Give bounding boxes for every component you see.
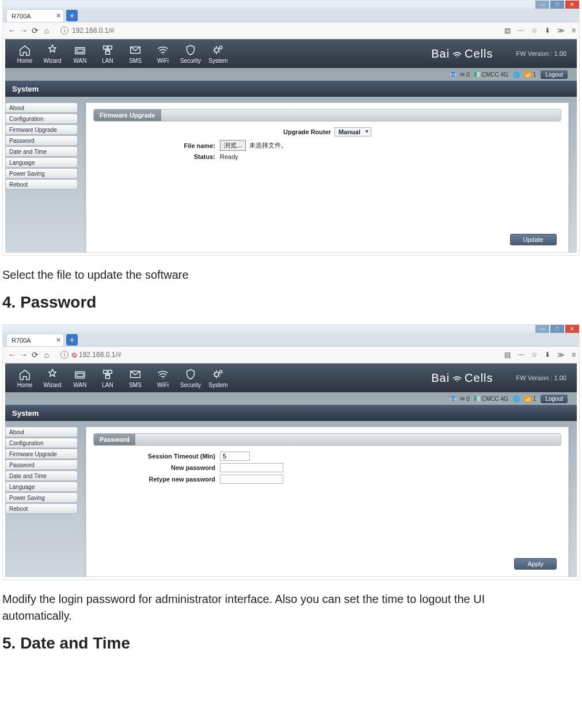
sidebar-item-language[interactable]: Language bbox=[5, 481, 78, 492]
retype-password-input[interactable] bbox=[220, 475, 283, 484]
new-tab-button[interactable]: + bbox=[66, 334, 78, 346]
menu-icon[interactable]: ≡ bbox=[572, 26, 576, 35]
nav-label: System bbox=[208, 382, 227, 388]
lang-badge[interactable]: EN bbox=[451, 72, 455, 77]
sidebar-item-firmware-upgrade[interactable]: Firmware Upgrade bbox=[5, 449, 78, 459]
logout-button[interactable]: Logout bbox=[541, 395, 568, 403]
nav-home[interactable]: Home bbox=[11, 368, 39, 388]
window-minimize-button[interactable]: — bbox=[535, 1, 549, 9]
home-icon[interactable]: ⌂ bbox=[41, 26, 52, 35]
browser-urlbar: ← → ⟳ ⌂ i 192.168.0.1/# ▤ ⋯ ☆ ⬇ ≫ ≡ bbox=[3, 22, 579, 39]
bookmark-icon[interactable]: ☆ bbox=[531, 26, 538, 35]
nav-wifi[interactable]: WiFi bbox=[149, 368, 177, 388]
sidebar-item-firmware-upgrade[interactable]: Firmware Upgrade bbox=[5, 124, 78, 135]
nav-lan[interactable]: LAN bbox=[94, 368, 121, 388]
more-icon[interactable]: ⋯ bbox=[518, 26, 524, 35]
browser-tab[interactable]: R700A ✕ bbox=[6, 333, 64, 346]
svg-rect-8 bbox=[77, 373, 83, 377]
system-sidebar: AboutConfigurationFirmware UpgradePasswo… bbox=[5, 103, 78, 253]
sidebar-item-password[interactable]: Password bbox=[5, 460, 78, 470]
screenshot-firmware-upgrade: — □ ✕ R700A ✕ + ← → ⟳ ⌂ i 192.168.0.1/# … bbox=[2, 0, 580, 256]
browser-tabbar: R700A ✕ + bbox=[3, 9, 579, 22]
reload-icon[interactable]: ⟳ bbox=[29, 26, 41, 35]
menu-icon[interactable]: ≡ bbox=[572, 351, 576, 359]
nav-security[interactable]: Security bbox=[177, 44, 204, 64]
home-icon[interactable]: ⌂ bbox=[41, 350, 52, 359]
sidebar-item-about[interactable]: About bbox=[5, 427, 78, 437]
info-icon[interactable]: i bbox=[60, 351, 69, 359]
new-password-input[interactable] bbox=[220, 463, 283, 472]
reader-icon[interactable]: ▤ bbox=[504, 26, 511, 35]
logout-button[interactable]: Logout bbox=[541, 70, 568, 79]
forward-icon[interactable]: → bbox=[18, 350, 29, 359]
forward-icon[interactable]: → bbox=[18, 26, 29, 35]
carrier-label: CMCC 4G bbox=[482, 71, 508, 78]
nav-sms[interactable]: SMS bbox=[121, 368, 149, 388]
sidebar-item-reboot[interactable]: Reboot bbox=[5, 179, 78, 189]
nav-wifi[interactable]: WiFi bbox=[149, 44, 177, 64]
window-maximize-button[interactable]: □ bbox=[550, 325, 564, 333]
sidebar-item-date-and-time[interactable]: Date and Time bbox=[5, 146, 78, 157]
nav-wizard[interactable]: Wizard bbox=[39, 368, 66, 388]
sidebar-item-language[interactable]: Language bbox=[5, 157, 78, 168]
apply-button[interactable]: Apply bbox=[514, 558, 557, 570]
sidebar-item-date-and-time[interactable]: Date and Time bbox=[5, 471, 78, 481]
sidebar-item-configuration[interactable]: Configuration bbox=[5, 113, 78, 124]
url-input[interactable]: i ⦸ 192.168.0.1/# bbox=[57, 349, 500, 361]
sidebar-item-power-saving[interactable]: Power Saving bbox=[5, 492, 78, 503]
bookmark-icon[interactable]: ☆ bbox=[531, 351, 538, 359]
file-none-label: 未选择文件。 bbox=[249, 141, 287, 150]
retype-password-label: Retype new password bbox=[93, 476, 220, 483]
wan-icon bbox=[74, 44, 86, 56]
reload-icon[interactable]: ⟳ bbox=[29, 350, 41, 359]
router-statusbar: EN ✉ 0 CMCC 4G 🌐 📶 1 Logout bbox=[5, 68, 577, 81]
nav-wizard[interactable]: Wizard bbox=[39, 44, 66, 64]
nav-label: Home bbox=[17, 58, 33, 64]
back-icon[interactable]: ← bbox=[6, 26, 18, 35]
sidebar-icon[interactable]: ≫ bbox=[557, 351, 565, 359]
status-label: Status: bbox=[93, 153, 220, 160]
nav-system[interactable]: System bbox=[204, 44, 232, 64]
svg-point-13 bbox=[219, 370, 222, 373]
close-icon[interactable]: ✕ bbox=[56, 12, 61, 20]
sidebar-item-about[interactable]: About bbox=[5, 103, 78, 113]
new-tab-button[interactable]: + bbox=[66, 10, 78, 21]
router-page: HomeWizardWANLANSMSWiFiSecuritySystem Ba… bbox=[5, 363, 577, 577]
url-input[interactable]: i 192.168.0.1/# bbox=[57, 25, 500, 36]
sidebar-icon[interactable]: ≫ bbox=[557, 26, 565, 35]
window-minimize-button[interactable]: — bbox=[535, 325, 549, 333]
svg-point-6 bbox=[219, 46, 222, 49]
system-icon bbox=[212, 368, 225, 381]
sidebar-item-power-saving[interactable]: Power Saving bbox=[5, 168, 78, 179]
library-icon[interactable]: ⬇ bbox=[545, 26, 550, 35]
session-timeout-input[interactable] bbox=[220, 452, 250, 461]
lang-badge[interactable]: EN bbox=[451, 396, 455, 401]
library-icon[interactable]: ⬇ bbox=[545, 351, 550, 359]
file-browse-button[interactable]: 浏览... bbox=[220, 140, 246, 151]
sidebar-item-password[interactable]: Password bbox=[5, 135, 78, 146]
nav-security[interactable]: Security bbox=[177, 368, 204, 388]
nav-system[interactable]: System bbox=[204, 368, 232, 388]
window-maximize-button[interactable]: □ bbox=[550, 1, 564, 9]
nav-wan[interactable]: WAN bbox=[66, 368, 94, 388]
browser-tab[interactable]: R700A ✕ bbox=[6, 9, 64, 22]
update-button[interactable]: Update bbox=[510, 234, 557, 245]
upgrade-router-select[interactable]: Manual bbox=[334, 127, 371, 136]
reader-icon[interactable]: ▤ bbox=[504, 351, 511, 359]
home-icon bbox=[18, 368, 31, 381]
info-icon[interactable]: i bbox=[60, 26, 69, 35]
system-icon bbox=[212, 44, 225, 56]
window-close-button[interactable]: ✕ bbox=[565, 1, 579, 9]
section-title: System bbox=[5, 405, 577, 421]
sidebar-item-configuration[interactable]: Configuration bbox=[5, 438, 78, 448]
window-close-button[interactable]: ✕ bbox=[565, 325, 579, 333]
back-icon[interactable]: ← bbox=[6, 350, 18, 359]
close-icon[interactable]: ✕ bbox=[56, 336, 61, 344]
nav-lan[interactable]: LAN bbox=[94, 44, 121, 64]
sidebar-item-reboot[interactable]: Reboot bbox=[5, 503, 78, 514]
nav-home[interactable]: Home bbox=[11, 44, 39, 64]
nav-wan[interactable]: WAN bbox=[66, 44, 94, 64]
more-icon[interactable]: ⋯ bbox=[518, 351, 524, 359]
nav-sms[interactable]: SMS bbox=[121, 44, 149, 64]
wifi-icon bbox=[157, 368, 169, 381]
